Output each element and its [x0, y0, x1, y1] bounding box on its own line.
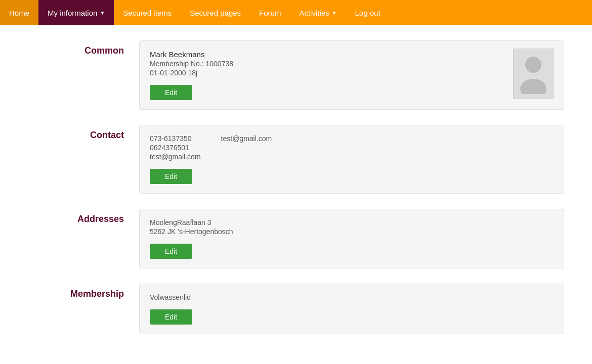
- membership-section: Membership Volwassenlid Edit: [28, 284, 564, 334]
- nav-forum[interactable]: Forum: [250, 0, 290, 25]
- contact-edit-button[interactable]: Edit: [150, 169, 192, 184]
- contact-col-right: test@gmail.com: [221, 134, 272, 162]
- nav-secured-items[interactable]: Secured items: [114, 0, 181, 25]
- membership-no: Membership No.: 1000738: [150, 60, 554, 68]
- membership-label: Membership: [28, 284, 139, 299]
- address-street: MoolengRaaflaan 3: [150, 218, 554, 226]
- svg-point-1: [520, 79, 546, 94]
- nav-activities[interactable]: Activities ▼: [290, 0, 346, 25]
- contact-phone1: 073-6137350: [150, 134, 201, 143]
- membership-type: Volwassenlid: [150, 293, 554, 301]
- my-information-caret: ▼: [100, 10, 105, 16]
- contact-label: Contact: [28, 125, 139, 141]
- addresses-label: Addresses: [28, 209, 139, 224]
- activities-caret: ▼: [332, 10, 337, 16]
- main-content: Common Mark Beekmans Membership No.: 100…: [18, 25, 574, 364]
- common-label: Common: [28, 40, 139, 56]
- contact-email-right: test@gmail.com: [221, 134, 272, 143]
- common-section: Common Mark Beekmans Membership No.: 100…: [28, 40, 564, 110]
- user-name: Mark Beekmans: [150, 50, 554, 59]
- user-date: 01-01-2000 18j: [150, 69, 554, 77]
- addresses-edit-button[interactable]: Edit: [150, 244, 192, 259]
- nav-secured-pages[interactable]: Secured pages: [181, 0, 250, 25]
- contact-phone2: 0624376501: [150, 144, 201, 152]
- addresses-card: MoolengRaaflaan 3 5262 JK 's-Hertogenbos…: [139, 209, 564, 268]
- contact-card: 073-6137350 0624376501 test@gmail.com te…: [139, 125, 564, 194]
- avatar: [513, 49, 554, 99]
- membership-card: Volwassenlid Edit: [139, 284, 564, 334]
- membership-edit-button[interactable]: Edit: [150, 309, 192, 325]
- contact-email: test@gmail.com: [150, 153, 201, 161]
- nav-logout[interactable]: Log out: [346, 0, 390, 25]
- common-edit-button[interactable]: Edit: [150, 85, 192, 100]
- contact-col-left: 073-6137350 0624376501 test@gmail.com: [150, 134, 201, 162]
- svg-point-0: [525, 57, 541, 73]
- addresses-section: Addresses MoolengRaaflaan 3 5262 JK 's-H…: [28, 209, 564, 268]
- navbar: Home My information ▼ Secured items Secu…: [0, 0, 592, 25]
- address-city: 5262 JK 's-Hertogenbosch: [150, 228, 554, 236]
- nav-my-information[interactable]: My information ▼: [38, 0, 114, 25]
- nav-home[interactable]: Home: [0, 0, 38, 25]
- common-card: Mark Beekmans Membership No.: 1000738 01…: [139, 40, 564, 110]
- contact-grid: 073-6137350 0624376501 test@gmail.com te…: [150, 134, 554, 162]
- avatar-silhouette: [518, 54, 548, 94]
- contact-section: Contact 073-6137350 0624376501 test@gmai…: [28, 125, 564, 194]
